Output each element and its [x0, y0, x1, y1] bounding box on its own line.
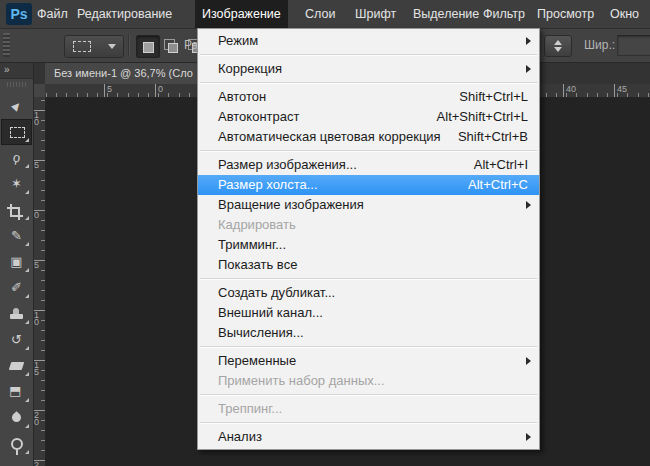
ruler-tick: [179, 93, 180, 97]
menu-item-label: Треппинг...: [218, 401, 282, 416]
menubar-item-окно[interactable]: Окно: [603, 0, 646, 28]
tool-preset-button[interactable]: [64, 35, 124, 58]
eraser-icon: [9, 362, 25, 370]
magic-wand-tool[interactable]: ✶: [1, 171, 32, 197]
lasso-tool[interactable]: ϙ: [1, 145, 32, 171]
ruler-tick: [77, 93, 78, 97]
panel-grip[interactable]: [7, 82, 26, 87]
menu-item-вращение-изображения[interactable]: Вращение изображения: [198, 195, 539, 215]
brush-tool[interactable]: ✐: [1, 275, 32, 301]
menu-item-переменные[interactable]: Переменные: [198, 351, 539, 371]
blur-tool[interactable]: [1, 405, 32, 431]
menubar-item-редактирование[interactable]: Редактирование: [70, 0, 179, 28]
menu-item-label: Показать все: [218, 257, 297, 272]
ruler-label: 5: [34, 162, 39, 169]
menu-bar: Ps ФайлРедактированиеИзображениеСлоиШриф…: [0, 0, 650, 29]
ruler-tick: [41, 140, 45, 141]
chevron-down-icon: [108, 44, 116, 49]
move-icon: ►: [3, 93, 31, 120]
ruler-tick: [128, 93, 129, 97]
ruler-tick: [56, 93, 57, 97]
menu-item-label: Автоматическая цветовая коррекция: [218, 129, 441, 144]
paint-bucket-icon: ◧: [3, 386, 29, 398]
ruler-tick: [41, 190, 45, 191]
width-input[interactable]: [617, 35, 650, 56]
menu-item-label: Размер холста...: [218, 177, 318, 192]
new-selection-icon: [143, 42, 154, 53]
history-brush-tool[interactable]: ↺: [1, 327, 32, 353]
ruler-tick: [87, 93, 88, 97]
menubar-item-просмотр[interactable]: Просмотр: [530, 0, 601, 28]
menubar-item-файл[interactable]: Файл: [30, 0, 75, 28]
ruler-major-tick: [614, 84, 615, 97]
feather-spinner[interactable]: [544, 35, 572, 57]
menu-item-автоконтраст[interactable]: АвтоконтрастAlt+Shift+Ctrl+L: [198, 107, 539, 127]
ruler-tick: [168, 93, 169, 97]
feather-label: Растушевка:: [184, 29, 197, 62]
vertical-ruler[interactable]: 1 05051 01 52 02 5: [33, 97, 46, 466]
menu-item-анализ[interactable]: Анализ: [198, 427, 539, 447]
menubar-item-слои[interactable]: Слои: [298, 0, 342, 28]
menu-item-размер-холста-[interactable]: Размер холста...Alt+Ctrl+C: [198, 175, 539, 195]
tools-panel: » ►ϙ✶✎▣✐↺◧: [0, 62, 34, 466]
ruler-tick: [627, 93, 628, 97]
ruler-label: 0: [34, 212, 39, 219]
menu-item-label: Режим: [218, 33, 258, 48]
ruler-tick: [41, 320, 45, 321]
ruler-tick: [46, 93, 47, 97]
dodge-tool[interactable]: [1, 431, 32, 457]
menu-item-размер-изображения-[interactable]: Размер изображения...Alt+Ctrl+I: [198, 155, 539, 175]
ruler-tick: [41, 220, 45, 221]
ruler-tick: [41, 330, 45, 331]
menubar-item-фильтр[interactable]: Фильтр: [476, 0, 532, 28]
ruler-tick: [138, 93, 139, 97]
add-to-selection-button[interactable]: [160, 35, 182, 56]
rect-marquee-tool[interactable]: [1, 119, 32, 145]
menu-item-автоматическая-цветовая-коррекция[interactable]: Автоматическая цветовая коррекцияShift+C…: [198, 127, 539, 147]
ruler-tick: [546, 93, 547, 97]
menu-separator: [200, 82, 537, 84]
new-selection-button[interactable]: [136, 35, 160, 58]
rect-marquee-icon: [73, 41, 91, 52]
move-tool[interactable]: ►: [1, 93, 32, 119]
ruler-tick: [41, 120, 45, 121]
menu-separator: [200, 54, 537, 56]
menu-shortcut: Alt+Ctrl+C: [468, 175, 528, 195]
paint-bucket-tool[interactable]: ◧: [1, 379, 32, 405]
menu-item-кадрировать: Кадрировать: [198, 215, 539, 235]
menubar-item-выделение[interactable]: Выделение: [406, 0, 486, 28]
eyedropper-tool[interactable]: ✎: [1, 223, 32, 249]
menubar-item-изображение[interactable]: Изображение: [195, 0, 288, 28]
menu-item-автотон[interactable]: АвтотонShift+Ctrl+L: [198, 87, 539, 107]
eraser-tool[interactable]: [1, 353, 32, 379]
menu-item-вычисления-[interactable]: Вычисления...: [198, 323, 539, 343]
options-bar-grip[interactable]: [3, 33, 10, 57]
divider: [128, 34, 130, 57]
crop-tool[interactable]: [1, 197, 32, 223]
photoshop-logo: Ps: [6, 3, 32, 25]
ruler-tick: [41, 340, 45, 341]
menu-item-коррекция[interactable]: Коррекция: [198, 59, 539, 79]
submenu-arrow-icon: [526, 357, 531, 365]
menu-item-label: Анализ: [218, 429, 262, 444]
document-tab[interactable]: Без имени-1 @ 36,7% (Сло: [45, 62, 203, 84]
menu-item-создать-дубликат-[interactable]: Создать дубликат...: [198, 283, 539, 303]
menu-item-показать-все[interactable]: Показать все: [198, 255, 539, 275]
menu-item-тримминг-[interactable]: Тримминг...: [198, 235, 539, 255]
menu-item-режим[interactable]: Режим: [198, 31, 539, 51]
menu-item-label: Внешний канал...: [218, 305, 323, 320]
menu-item-внешний-канал-[interactable]: Внешний канал...: [198, 303, 539, 323]
photoshop-window: { "app":{"logo":"Ps"}, "menubar":{ "item…: [0, 0, 650, 466]
ruler-tick: [41, 150, 45, 151]
ruler-label: 0: [158, 84, 163, 94]
menu-item-label: Коррекция: [218, 61, 282, 76]
ruler-tick: [576, 93, 577, 97]
collapse-panel-button[interactable]: »: [0, 62, 33, 79]
ruler-tick: [41, 300, 45, 301]
submenu-arrow-icon: [526, 65, 531, 73]
healing-brush-tool[interactable]: ▣: [1, 249, 32, 275]
ruler-tick: [41, 250, 45, 251]
menubar-item-шрифт[interactable]: Шрифт: [348, 0, 403, 28]
menu-shortcut: Alt+Shift+Ctrl+L: [437, 107, 528, 127]
clone-stamp-tool[interactable]: [1, 301, 32, 327]
